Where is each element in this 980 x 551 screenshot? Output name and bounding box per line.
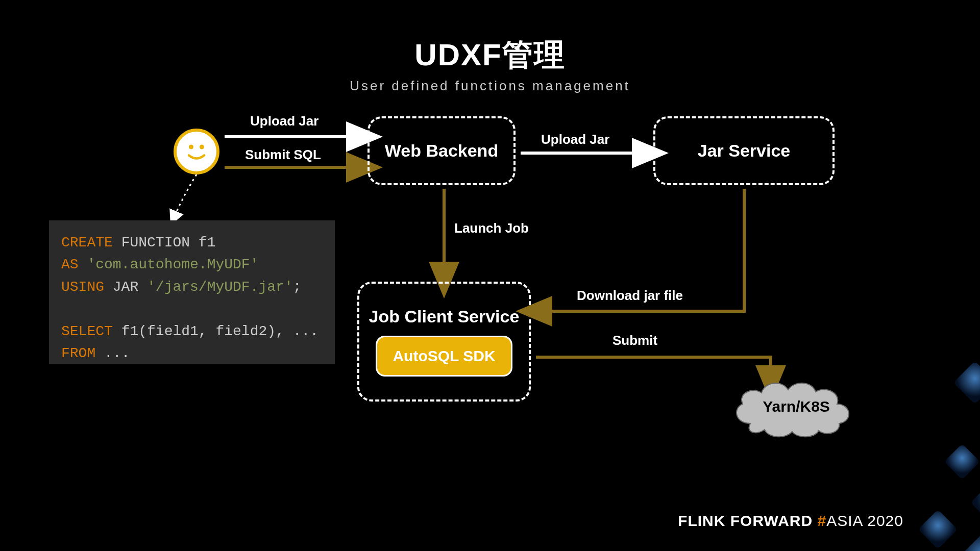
footer-asia: ASIA 2020: [826, 512, 903, 529]
code-token: CREATE: [61, 235, 113, 251]
arrow-submit-sql: [225, 162, 362, 172]
footer-forward: FORWARD: [730, 512, 818, 529]
autosql-sdk-box: AutoSQL SDK: [376, 336, 512, 377]
svg-point-1: [200, 145, 204, 149]
title-block: UDXF管理 User defined functions management: [0, 35, 980, 94]
web-backend-label: Web Backend: [385, 141, 498, 161]
job-client-label: Job Client Service: [369, 307, 520, 327]
user-smiley-icon: [174, 129, 219, 174]
code-token: '/jars/MyUDF.jar': [147, 279, 293, 295]
footer-hash: #: [818, 512, 827, 529]
label-upload-jar-2: Upload Jar: [541, 132, 609, 147]
sql-code-box: CREATE FUNCTION f1 AS 'com.autohome.MyUD…: [49, 220, 335, 364]
code-token: ...: [95, 345, 130, 361]
footer-flink: FLINK: [678, 512, 730, 529]
cloud-box: Yarn/K8S: [725, 372, 868, 439]
slide-subtitle: User defined functions management: [0, 78, 980, 94]
footer-brand: FLINK FORWARD #ASIA 2020: [678, 512, 903, 530]
web-backend-box: Web Backend: [368, 116, 516, 185]
arrow-launch-job: [439, 189, 449, 278]
job-client-box: Job Client Service AutoSQL SDK: [357, 282, 531, 402]
code-token: f1(field1, field2), ...: [113, 323, 318, 339]
jar-service-label: Jar Service: [698, 141, 791, 161]
slide-title: UDXF管理: [0, 35, 980, 76]
code-token: FROM: [61, 345, 95, 361]
code-token: USING: [61, 279, 104, 295]
label-submit: Submit: [612, 333, 657, 348]
jar-service-box: Jar Service: [653, 116, 835, 185]
label-upload-jar-1: Upload Jar: [250, 113, 318, 129]
label-submit-sql: Submit SQL: [245, 147, 321, 163]
code-token: JAR: [104, 279, 147, 295]
code-token: ;: [293, 279, 302, 295]
code-token: 'com.autohome.MyUDF': [79, 257, 259, 272]
autosql-sdk-label: AutoSQL SDK: [393, 347, 495, 365]
arrow-upload-jar-1: [225, 132, 362, 142]
code-token: AS: [61, 257, 79, 272]
code-token: FUNCTION f1: [113, 235, 216, 251]
label-launch-job: Launch Job: [454, 220, 529, 236]
label-download-jar: Download jar file: [577, 288, 683, 304]
cloud-label: Yarn/K8S: [763, 398, 830, 415]
svg-point-0: [189, 145, 193, 149]
dotted-connector: [168, 174, 219, 226]
code-token: SELECT: [61, 323, 113, 339]
arrow-upload-jar-2: [521, 148, 648, 158]
